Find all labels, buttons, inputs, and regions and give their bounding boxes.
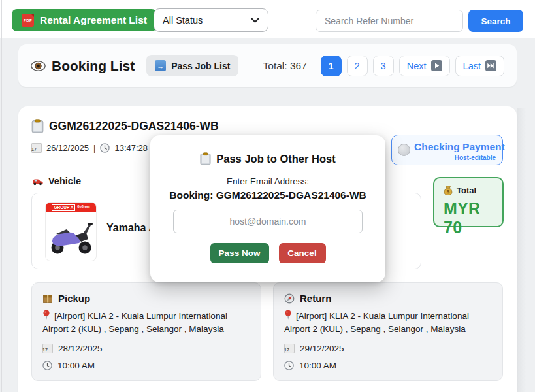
modal-buttons: Pass Now Cancel (210, 243, 326, 263)
modal-subtitle: Enter Email Address: (227, 176, 309, 186)
last-page-button[interactable]: Last (455, 56, 504, 76)
pushpin-icon (42, 310, 50, 321)
search-refer-number-input[interactable] (316, 10, 463, 32)
booking-time: 13:47:28 (114, 143, 148, 153)
page-button-3[interactable]: 3 (373, 56, 394, 76)
play-icon (431, 60, 442, 71)
return-time-row: 10:00 AM (284, 361, 492, 370)
calendar-icon: 17 (284, 344, 295, 353)
modal-title: Pass Job to Other Host (200, 152, 335, 165)
window-edge (1, 0, 2, 392)
booking-meta: 17 26/12/2025 | 13:47:28 | De (31, 143, 170, 153)
status-sublabel: Host-editable (455, 154, 496, 161)
vehicle-section-label: Vehicle (31, 176, 81, 186)
pickup-date-row: 17 28/12/2025 (42, 344, 250, 353)
clipboard-icon (31, 119, 44, 133)
rental-agreement-list-label: Rental Agreement List (40, 14, 147, 26)
return-panel: Return [Airport] KLIA 2 - Kuala Lumpur I… (273, 282, 503, 381)
pass-job-modal: Pass Job to Other Host Enter Email Addre… (150, 135, 385, 282)
scroll-shade (517, 108, 526, 392)
page-title: Booking List (31, 58, 135, 74)
rental-agreement-list-button[interactable]: PDF Rental Agreement List (12, 9, 157, 31)
svg-text:$: $ (447, 189, 450, 195)
top-toolbar: PDF Rental Agreement List All Status Sea… (0, 0, 535, 38)
booking-reference-text: GGM26122025-DGAS21406-WB (49, 120, 219, 133)
last-label: Last (463, 61, 481, 71)
vehicle-name: Yamaha A (106, 222, 156, 234)
pickup-time-row: 10:00 AM (42, 361, 250, 370)
booking-list-header: Booking List → Pass Job List Total: 367 … (18, 44, 517, 87)
vehicle-brand-logo: GoGreen (77, 206, 89, 209)
total-count: Total: 367 (263, 60, 307, 72)
return-date-row: 17 29/12/2025 (284, 344, 492, 353)
return-date: 29/12/2025 (300, 344, 344, 353)
pickup-date: 28/12/2025 (58, 344, 103, 353)
pass-now-button[interactable]: Pass Now (210, 243, 269, 263)
vehicle-image: GROUP A GoGreen (45, 202, 97, 261)
status-label: Checking Payment (414, 141, 505, 153)
pdf-icon: PDF (22, 14, 34, 27)
total-label: Total (457, 186, 476, 195)
status-filter-select[interactable]: All Status (154, 8, 268, 32)
page-button-1[interactable]: 1 (321, 56, 342, 76)
booking-date: 26/12/2025 (46, 143, 89, 153)
eye-icon (31, 61, 46, 71)
pushpin-icon (284, 310, 292, 321)
clock-icon (284, 361, 294, 370)
search-button[interactable]: Search (468, 10, 523, 32)
next-page-button[interactable]: Next (399, 56, 450, 76)
compass-icon (284, 293, 295, 304)
total-label-row: $ Total (444, 185, 502, 196)
pickup-title: Pickup (42, 293, 250, 304)
booking-reference: GGM26122025-DGAS21406-WB (31, 119, 219, 133)
clock-icon (42, 361, 52, 370)
total-box: $ Total MYR 70 (433, 177, 504, 227)
page-title-label: Booking List (52, 58, 135, 74)
host-email-input[interactable] (173, 210, 363, 233)
total-amount: MYR 70 (444, 199, 502, 237)
pass-job-list-button[interactable]: → Pass Job List (146, 55, 238, 76)
scooter-illustration (47, 218, 95, 255)
vehicle-group-label: GROUP A (52, 204, 75, 211)
clipboard-icon (200, 152, 211, 165)
skip-to-end-icon (485, 60, 496, 71)
status-dot-icon (398, 144, 410, 156)
pickup-panel: Pickup [Airport] KLIA 2 - Kuala Lumpur I… (31, 282, 261, 381)
pickup-address: [Airport] KLIA 2 - Kuala Lumpur Internat… (42, 310, 250, 336)
return-title: Return (284, 293, 492, 304)
next-label: Next (407, 61, 427, 71)
car-icon (31, 177, 44, 186)
status-filter-value: All Status (163, 15, 203, 25)
modal-booking-line: Booking: GGM26122025-DGAS21406-WB (169, 189, 366, 201)
calendar-icon: 17 (31, 143, 42, 153)
pickup-time: 10:00 AM (57, 361, 95, 370)
return-address: [Airport] KLIA 2 - Kuala Lumpur Internat… (284, 310, 492, 336)
vehicle-group-banner: GROUP A GoGreen (46, 203, 96, 212)
package-icon (42, 293, 53, 304)
moneybag-icon: $ (444, 185, 453, 196)
cancel-button[interactable]: Cancel (279, 243, 326, 263)
app-screen: PDF Rental Agreement List All Status Sea… (0, 0, 535, 392)
pass-job-list-label: Pass Job List (171, 61, 230, 71)
clock-icon (100, 143, 110, 153)
arrow-right-icon: → (155, 60, 166, 71)
chevron-down-icon (251, 18, 259, 23)
calendar-icon: 17 (42, 344, 53, 353)
status-badge[interactable]: Checking Payment Host-editable (391, 135, 503, 165)
return-time: 10:00 AM (299, 361, 336, 370)
page-button-2[interactable]: 2 (347, 56, 368, 76)
